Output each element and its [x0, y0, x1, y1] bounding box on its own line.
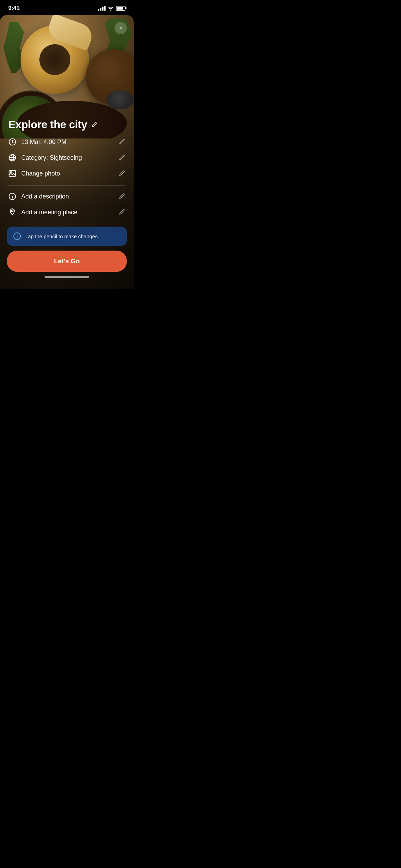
- lets-go-label: Let's Go: [54, 257, 80, 265]
- photo-edit-icon[interactable]: [119, 170, 125, 177]
- description-icon: [8, 192, 16, 201]
- change-photo-text: Change photo: [21, 170, 114, 177]
- meeting-place-edit-icon[interactable]: [119, 209, 125, 216]
- change-photo-row[interactable]: Change photo: [0, 169, 134, 185]
- svg-point-7: [12, 210, 13, 212]
- event-title-row: Explore the city: [0, 118, 134, 138]
- content-area: Explore the city 13 Mar, 4:00 PM: [0, 118, 134, 289]
- event-title: Explore the city: [8, 118, 87, 131]
- hint-text: Tap the pencil to make changes.: [25, 233, 99, 239]
- signal-bars-icon: [98, 6, 106, 11]
- hint-banner: Tap the pencil to make changes.: [7, 227, 127, 246]
- svg-point-6: [12, 195, 13, 195]
- close-icon: ×: [119, 25, 123, 31]
- add-meeting-place-row[interactable]: Add a meeting place: [0, 208, 134, 224]
- lets-go-button[interactable]: Let's Go: [7, 251, 127, 272]
- category-row: Category: Sightseeing: [0, 154, 134, 169]
- battery-icon: [116, 6, 125, 11]
- datetime-text: 13 Mar, 4:00 PM: [21, 138, 114, 146]
- location-icon: [8, 208, 16, 216]
- home-indicator: [45, 276, 89, 278]
- datetime-edit-icon[interactable]: [119, 138, 125, 145]
- category-icon: [8, 154, 16, 162]
- close-button[interactable]: ×: [114, 22, 127, 34]
- status-bar: 9:41: [0, 0, 134, 14]
- datetime-row: 13 Mar, 4:00 PM: [0, 138, 134, 154]
- add-description-row[interactable]: Add a description: [0, 192, 134, 208]
- status-time: 9:41: [8, 5, 20, 12]
- wifi-icon: [108, 6, 114, 11]
- status-icons: [98, 6, 125, 11]
- svg-point-4: [11, 172, 12, 173]
- clock-icon: [8, 138, 16, 146]
- add-meeting-place-text: Add a meeting place: [21, 209, 114, 216]
- app-container: × Explore the city 13 Mar, 4:00 PM: [0, 15, 134, 289]
- title-edit-icon[interactable]: [91, 121, 98, 128]
- category-text: Category: Sightseeing: [21, 154, 114, 161]
- category-edit-icon[interactable]: [119, 154, 125, 161]
- section-divider: [8, 185, 125, 185]
- hint-info-icon: [13, 232, 21, 240]
- photo-icon: [8, 169, 16, 178]
- svg-point-9: [17, 234, 17, 235]
- description-edit-icon[interactable]: [119, 193, 125, 200]
- add-description-text: Add a description: [21, 193, 114, 200]
- svg-rect-3: [9, 171, 16, 177]
